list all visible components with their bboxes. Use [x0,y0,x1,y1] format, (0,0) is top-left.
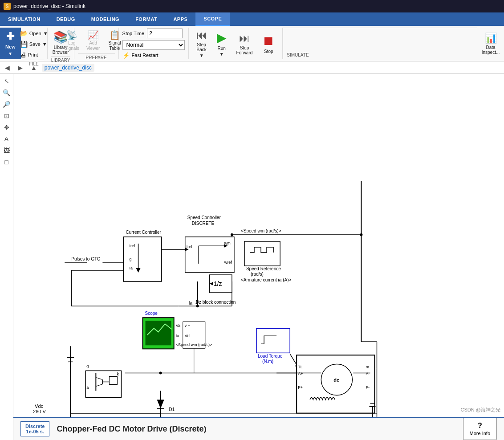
svg-text:(rad/s): (rad/s) [251,272,264,277]
data-inspector-group: 📊 Data Inspect... [477,28,504,59]
more-info-button[interactable]: ? More Info [463,418,497,440]
step-back-button[interactable]: ⏮ Step Back ▼ [192,30,211,57]
svg-text:Scope: Scope [145,311,158,316]
svg-text:<Speed wm (rad/s)>: <Speed wm (rad/s)> [241,228,281,233]
nav-up-button[interactable]: ▲ [28,63,40,73]
svg-text:Ia: Ia [189,301,193,306]
stop-label: Stop [264,49,273,54]
svg-text:Load Torque: Load Torque [258,354,283,359]
fast-restart-label: Fast Restart [132,53,159,58]
app-icon: S [4,3,11,10]
discrete-badge-line2: 1e-05 s. [25,429,45,434]
svg-text:dc: dc [333,377,339,383]
log-signals-button[interactable]: 📡 Log Signals [62,29,81,53]
stop-time-input[interactable] [147,29,183,38]
file-small-btns: 📂 Open ▼ 💾 Save ▼ 🖨 Print [17,29,51,60]
more-info-icon: ? [478,422,482,430]
svg-text:D1: D1 [169,407,175,412]
box-tool[interactable]: □ [1,157,12,167]
watermark: CSDN @海神之光 [461,407,500,413]
breadcrumb[interactable]: power_dcdrive_disc [42,64,94,72]
run-button[interactable]: ▶ Run ▼ [213,30,231,57]
svg-text:A-: A- [366,371,370,376]
nav-forward-button[interactable]: ▶ [15,63,26,73]
ribbon: ✚ New ▼ 📂 Open ▼ 💾 Save ▼ 🖨 Print [0,26,504,61]
step-back-dropdown: ▼ [199,53,204,58]
svg-text:F-: F- [366,385,370,390]
data-inspector-content: 📊 Data Inspect... [478,29,504,58]
zoom-in-tool[interactable]: 🔍 [1,87,12,98]
svg-text:Ia: Ia [176,334,179,338]
tab-debug[interactable]: DEBUG [49,12,83,26]
open-label: Open [29,31,41,36]
svg-text:1/z: 1/z [214,280,222,287]
nav-back-button[interactable]: ◀ [2,63,13,73]
tab-simulation[interactable]: SIMULATION [0,12,49,26]
titlebar: S power_dcdrive_disc - Simulink [0,0,504,12]
mode-dropdown[interactable]: Normal Accelerator Rapid Accelerator [122,40,185,50]
window-title: power_dcdrive_disc - Simulink [13,3,85,9]
step-back-icon: ⏮ [196,29,207,41]
svg-text:Vdc: Vdc [35,403,43,409]
svg-text:TL: TL [298,365,303,369]
svg-point-124 [159,371,162,374]
save-icon: 💾 [20,41,28,48]
svg-text:DISCRETE: DISCRETE [192,221,215,226]
svg-text:Ia: Ia [129,266,133,270]
zoom-out-tool[interactable]: 🔎 [1,99,12,110]
image-tool[interactable]: 🖼 [1,145,12,156]
stop-time-label: Stop Time [122,31,145,36]
data-inspector-button[interactable]: 📊 Data Inspect... [478,30,504,57]
file-group: 📂 Open ▼ 💾 Save ▼ 🖨 Print FILE [21,28,48,59]
svg-text:g: g [86,364,89,368]
svg-point-121 [360,233,362,236]
main-area: ↖ 🔍 🔎 ⊡ ✥ A 🖼 □ <Speed wm (rad/s)> [0,74,504,440]
run-label: Run [217,46,225,51]
print-button[interactable]: 🖨 Print [17,50,51,60]
svg-text:wref: wref [224,260,232,265]
svg-text:Speed Controller: Speed Controller [187,215,221,220]
diagram-svg: <Speed wm (rad/s)> Ia 1/z block connecti… [13,74,504,440]
pan-tool[interactable]: ✥ [1,122,12,133]
save-button[interactable]: 💾 Save ▼ [17,39,51,49]
step-forward-button[interactable]: ⏭ Step Forward [232,30,257,57]
step-back-label: Step Back [196,42,207,52]
svg-text:Iref: Iref [187,244,193,249]
text-tool[interactable]: A [1,134,12,144]
svg-text:<Speed wm (rad/s)>: <Speed wm (rad/s)> [176,342,212,347]
svg-text:g: g [129,257,131,261]
stop-time-row: Stop Time [122,29,185,38]
simulate-buttons: ⏮ Step Back ▼ ▶ Run ▼ ⏭ Step Forward ⏹ S… [189,28,283,59]
add-viewer-icon: 📈 [88,31,99,40]
svg-text:Iref: Iref [129,244,135,248]
svg-text:280 V: 280 V [33,409,46,414]
svg-text:<Armature current ia (A)>: <Armature current ia (A)> [241,277,292,282]
svg-point-122 [231,233,233,236]
svg-text:Va: Va [176,323,180,328]
fast-restart-icon: ⚡ [122,52,130,59]
data-inspector-icon: 📊 [485,33,497,44]
save-label: Save [29,41,41,47]
svg-text:wm: wm [224,241,231,245]
diagram-title: Chopper-Fed DC Motor Drive (Discrete) [57,424,455,434]
add-viewer-button[interactable]: 📈 Add Viewer [83,29,102,53]
run-icon: ▶ [217,30,227,45]
select-tool[interactable]: ↖ [1,76,12,86]
open-button[interactable]: 📂 Open ▼ [17,29,51,38]
file-group-content: 📂 Open ▼ 💾 Save ▼ 🖨 Print [17,29,51,60]
tab-scope[interactable]: SCOPE [195,12,230,26]
tab-format[interactable]: FORMAT [127,12,165,26]
svg-text:v  +: v + [185,323,190,328]
stop-button[interactable]: ⏹ Stop [258,30,279,57]
svg-text:k: k [117,372,119,376]
stop-icon: ⏹ [262,33,275,48]
svg-rect-48 [244,241,280,266]
fit-tool[interactable]: ⊡ [1,110,12,121]
more-info-label: More Info [470,431,490,436]
data-inspector-label: Data Inspect... [482,45,500,55]
tab-modeling[interactable]: MODELING [83,12,127,26]
run-dropdown: ▼ [219,52,224,57]
svg-text:Pulses  to GTO: Pulses to GTO [71,257,101,261]
canvas-area[interactable]: <Speed wm (rad/s)> Ia 1/z block connecti… [13,74,504,440]
tab-apps[interactable]: APPS [165,12,195,26]
